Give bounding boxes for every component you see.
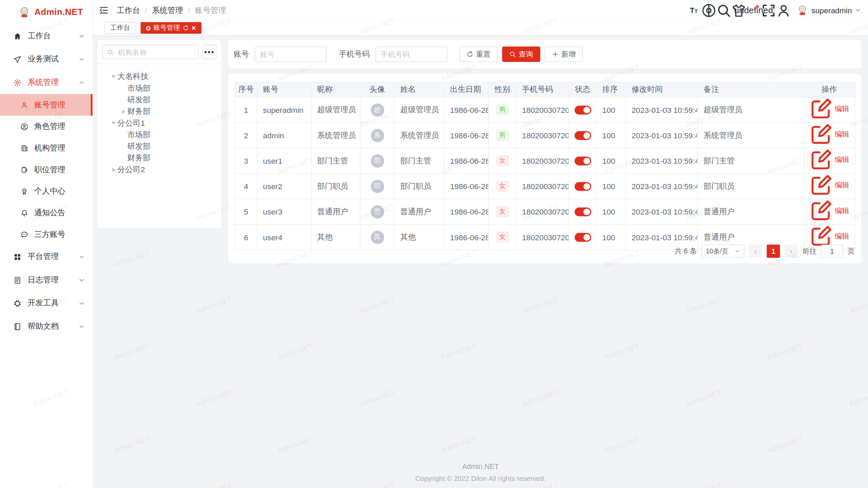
status-toggle[interactable] [574, 131, 591, 140]
caret-right-icon[interactable] [110, 167, 117, 172]
sidebar-item-dev-tools[interactable]: 开发工具 [0, 291, 93, 315]
chevron-down-icon [79, 254, 85, 260]
filter-bar: 账号 手机号码 重置 查询 新增 [228, 40, 862, 69]
cell-actions: 编辑●●● [804, 123, 855, 148]
tree-node-branch-2[interactable]: 分公司2 [101, 164, 218, 175]
phone-input[interactable] [375, 46, 447, 62]
footer: Admin.NET Copyright © 2022 Dilon All rig… [93, 463, 868, 483]
add-button[interactable]: 新增 [545, 46, 583, 62]
sidebar-item-system-management[interactable]: 系统管理 [0, 71, 93, 94]
avatar: 部 [371, 180, 384, 193]
sidebar-item-log-management[interactable]: 日志管理 [0, 268, 93, 292]
tab-label: 账号管理 [153, 23, 180, 33]
caret-right-icon[interactable] [120, 109, 127, 114]
cell-actions: 编辑●●● [804, 148, 855, 174]
cell-status [569, 224, 597, 250]
edit-button[interactable]: 编辑 [809, 174, 849, 197]
sidebar-item-platform-management[interactable]: 平台管理 [0, 245, 93, 268]
tab-bar: 工作台账号管理× [93, 21, 868, 35]
breadcrumb-item[interactable]: 工作台 [117, 5, 140, 15]
search-icon[interactable] [716, 0, 731, 21]
status-toggle[interactable] [574, 182, 591, 191]
sidebar-item-label: 通知公告 [34, 208, 65, 218]
prev-page-button[interactable]: ‹ [749, 245, 762, 258]
org-search-field[interactable] [102, 45, 199, 59]
cell-gender: 女 [489, 174, 516, 199]
sidebar-item-workbench[interactable]: 工作台 [0, 24, 93, 48]
notification-icon[interactable]: undefined [746, 0, 761, 21]
account-input[interactable] [255, 46, 327, 62]
collapse-sidebar-icon[interactable] [99, 5, 108, 15]
cell-avatar: 部 [360, 174, 394, 199]
sidebar-item-account-management[interactable]: 账号管理 [0, 94, 93, 116]
breadcrumb-item[interactable]: 系统管理 [152, 5, 183, 15]
page-size-select[interactable]: 10条/页 [702, 245, 745, 258]
tree-node-daming-marketing-dept[interactable]: 市场部 [101, 82, 218, 94]
status-toggle[interactable] [574, 106, 591, 115]
font-size-icon[interactable]: TT [686, 0, 701, 21]
cell-avatar: 部 [360, 148, 394, 174]
caret-down-icon[interactable] [110, 122, 117, 124]
tab-label: 工作台 [110, 23, 130, 33]
edit-button[interactable]: 编辑 [809, 148, 849, 172]
language-icon[interactable] [701, 0, 716, 21]
sidebar-item-label: 日志管理 [28, 275, 79, 285]
sidebar-item-notice[interactable]: 通知公告 [0, 202, 93, 224]
page-size-value: 10条/页 [706, 246, 728, 256]
app-logo[interactable]: Admin.NET [0, 0, 93, 24]
tab-account-management[interactable]: 账号管理× [141, 22, 201, 34]
tab-workbench[interactable]: 工作台 [104, 22, 136, 34]
tools-icon [13, 299, 21, 307]
tree-node-daming-rd-dept[interactable]: 研发部 [101, 94, 218, 106]
fullscreen-icon[interactable] [761, 0, 776, 21]
edit-label: 编辑 [835, 231, 849, 241]
close-icon[interactable]: × [192, 24, 196, 32]
avatar: 部 [371, 154, 384, 167]
tree-node-label: 分公司1 [117, 118, 145, 128]
tree-node-branch-1[interactable]: 分公司1 [101, 117, 218, 129]
chevron-down-icon[interactable] [855, 7, 861, 13]
org-search-input[interactable] [117, 47, 194, 57]
caret-down-icon[interactable] [110, 75, 117, 78]
cell-gender: 男 [489, 123, 516, 148]
logo-icon [18, 6, 31, 18]
cell-birthdate: 1986-06-28 [444, 174, 489, 199]
cell-modified-time: 2023-01-03 10:59:44 [626, 97, 698, 123]
edit-button[interactable]: 编辑 [809, 97, 849, 121]
tree-node-branch1-rd-dept[interactable]: 研发部 [101, 141, 218, 152]
cell-nickname: 部门主管 [311, 148, 360, 174]
reset-button[interactable]: 重置 [459, 46, 498, 62]
sidebar-item-label: 三方账号 [34, 229, 65, 239]
sidebar-item-org-management[interactable]: 机构管理 [0, 137, 93, 159]
sidebar-item-help-docs[interactable]: 帮助文档 [0, 315, 93, 338]
profile-icon[interactable] [776, 0, 791, 21]
user-icon [20, 101, 28, 109]
column-header-account: 账号 [257, 82, 311, 97]
sidebar-item-personal-center[interactable]: 个人中心 [0, 180, 93, 202]
tree-node-branch1-marketing-dept[interactable]: 市场部 [101, 129, 218, 140]
search-icon [509, 51, 516, 58]
org-tree-header: ●●● [97, 40, 221, 64]
status-toggle[interactable] [574, 157, 591, 165]
sidebar-item-third-party-account[interactable]: 三方账号 [0, 224, 93, 245]
goto-page-input[interactable] [821, 245, 843, 258]
cell-remark: 部门职员 [698, 174, 804, 199]
edit-button[interactable]: 编辑 [809, 199, 849, 223]
status-toggle[interactable] [574, 207, 591, 216]
status-toggle[interactable] [574, 233, 591, 242]
tree-more-button[interactable]: ●●● [202, 45, 216, 59]
sidebar-item-position-management[interactable]: 职位管理 [0, 159, 93, 181]
tree-node-daming-tech[interactable]: 大名科技 [101, 71, 218, 82]
username[interactable]: superadmin [811, 6, 852, 15]
edit-button[interactable]: 编辑 [809, 123, 849, 146]
sidebar-item-business-test[interactable]: 业务测试 [0, 47, 93, 71]
cell-account: user3 [257, 199, 311, 224]
current-page-button[interactable]: 1 [767, 245, 780, 258]
tree-node-branch1-finance-dept[interactable]: 财务部 [101, 152, 218, 164]
next-page-button[interactable]: › [784, 245, 797, 258]
search-button[interactable]: 查询 [502, 46, 540, 62]
user-avatar[interactable] [796, 4, 808, 16]
refresh-icon[interactable] [183, 25, 189, 31]
sidebar-item-role-management[interactable]: 角色管理 [0, 116, 93, 137]
tree-node-daming-finance-dept[interactable]: 财务部 [101, 106, 218, 117]
